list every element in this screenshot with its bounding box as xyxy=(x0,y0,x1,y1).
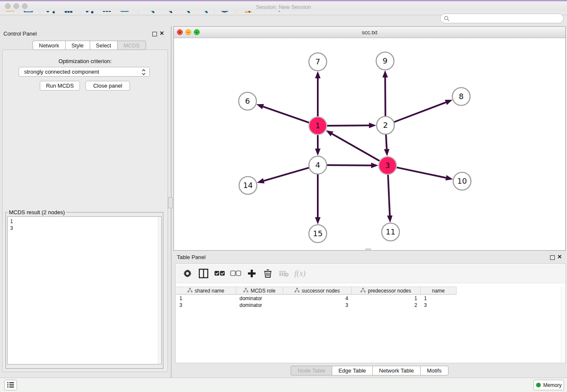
cell-predecessor-nodes[interactable]: 2 xyxy=(352,302,421,309)
result-line: 3 xyxy=(10,225,161,232)
edge-4-14[interactable] xyxy=(264,167,310,181)
title-bar: Session: New Session xyxy=(0,1,567,11)
hierarchy-icon xyxy=(243,288,248,294)
select-all-rows-icon[interactable] xyxy=(213,267,226,280)
table-panel-title: Table Panel xyxy=(177,254,206,260)
tab-node-table[interactable]: Node Table xyxy=(291,366,332,375)
table-options-gear-icon[interactable] xyxy=(181,267,194,280)
hierarchy-icon xyxy=(295,288,300,294)
resize-grip[interactable] xyxy=(365,248,371,250)
edge-1-6[interactable] xyxy=(263,107,310,123)
cell-shared-name[interactable]: 3 xyxy=(176,302,236,309)
memory-label: Memory xyxy=(543,382,561,388)
mcds-result-list[interactable]: 13 xyxy=(7,216,162,364)
column-header-successor-nodes[interactable]: successor nodes xyxy=(283,287,352,295)
delete-table-icon xyxy=(278,267,290,280)
tab-select[interactable]: Select xyxy=(90,41,117,50)
control-panel-float-icon[interactable] xyxy=(152,32,157,36)
node-label-4: 4 xyxy=(315,160,320,169)
task-history-button[interactable] xyxy=(4,380,17,390)
splitter-handle[interactable] xyxy=(168,197,173,208)
control-panel-close-icon[interactable]: ✕ xyxy=(160,30,164,36)
column-header-name[interactable]: name xyxy=(421,287,457,295)
node-label-15: 15 xyxy=(313,229,323,238)
run-mcds-button[interactable]: Run MCDS xyxy=(40,81,80,91)
network-canvas[interactable]: 7968124314101511 xyxy=(174,38,565,250)
tab-network-table[interactable]: Network Table xyxy=(372,366,420,375)
table-header-row: shared nameMCDS rolesuccessor nodesprede… xyxy=(176,287,457,295)
memory-button[interactable]: Memory xyxy=(534,380,564,390)
criterion-value: strongly connected component xyxy=(24,69,99,75)
cell-shared-name[interactable]: 1 xyxy=(176,295,236,302)
table-panel-close-icon[interactable]: ✕ xyxy=(557,254,562,260)
close-panel-button[interactable]: Close panel xyxy=(85,81,130,91)
node-label-14: 14 xyxy=(243,181,253,190)
memory-status-icon xyxy=(536,383,541,387)
edge-4-3[interactable] xyxy=(326,165,371,166)
node-label-6: 6 xyxy=(245,97,250,105)
application-window: Session: New Session xyxy=(0,0,567,392)
tab-network[interactable]: Network xyxy=(33,41,65,50)
table-scrollbar[interactable] xyxy=(561,287,565,362)
control-panel-tabs: NetworkStyleSelectMCDS xyxy=(33,41,146,50)
cell-name[interactable]: 3 xyxy=(421,302,457,309)
cell-successor-nodes[interactable]: 4 xyxy=(283,295,352,302)
hierarchy-icon xyxy=(361,288,366,294)
node-label-9: 9 xyxy=(383,56,387,65)
optimization-criterion-label: Optimization criterion: xyxy=(2,58,168,64)
node-label-1: 1 xyxy=(315,121,320,130)
edge-1-2[interactable] xyxy=(326,125,369,126)
search-icon xyxy=(444,16,450,22)
network-view-window: ✕ − + scc.txt 7968124314101511 xyxy=(173,26,566,251)
tab-mcds[interactable]: MCDS xyxy=(117,41,146,50)
node-label-8: 8 xyxy=(459,92,463,101)
result-scrollbar[interactable] xyxy=(158,217,161,364)
cell-predecessor-nodes[interactable]: 1 xyxy=(352,295,421,302)
dropdown-stepper-icon xyxy=(141,69,146,76)
column-header-shared-name[interactable]: shared name xyxy=(176,287,236,295)
edge-3-10[interactable] xyxy=(396,167,446,178)
network-title: scc.txt xyxy=(174,29,565,36)
edge-2-8[interactable] xyxy=(393,102,446,122)
cell-name[interactable]: 1 xyxy=(421,295,457,302)
edge-2-9[interactable] xyxy=(385,77,385,117)
status-bar xyxy=(0,378,567,392)
node-label-7: 7 xyxy=(315,57,320,66)
table-row[interactable]: 3dominator323 xyxy=(176,302,457,309)
tab-motifs[interactable]: Motifs xyxy=(420,366,449,375)
table-row[interactable]: 1dominator411 xyxy=(176,295,457,302)
node-label-3: 3 xyxy=(385,161,390,170)
delete-columns-icon[interactable] xyxy=(261,267,274,280)
criterion-dropdown[interactable]: strongly connected component xyxy=(19,67,150,77)
table-panel-tabs: Node TableEdge TableNetwork TableMotifs xyxy=(173,366,566,375)
column-header-predecessor-nodes[interactable]: predecessor nodes xyxy=(352,287,421,295)
tab-style[interactable]: Style xyxy=(65,41,90,50)
hierarchy-icon xyxy=(187,288,193,294)
create-column-icon[interactable] xyxy=(245,267,258,280)
table-toolbar: f(x) xyxy=(176,264,565,283)
table-panel-float-icon[interactable] xyxy=(550,255,555,260)
list-icon xyxy=(7,382,14,388)
show-column-icon[interactable] xyxy=(197,267,210,280)
edge-2-3[interactable] xyxy=(386,133,387,149)
control-panel-title: Control Panel xyxy=(3,30,37,37)
edge-3-1[interactable] xyxy=(332,134,381,161)
node-label-2: 2 xyxy=(383,121,388,130)
column-header-mcds-role[interactable]: MCDS role xyxy=(236,287,283,295)
tab-edge-table[interactable]: Edge Table xyxy=(332,366,372,375)
network-window-titlebar[interactable]: ✕ − + scc.txt xyxy=(174,27,565,38)
node-label-11: 11 xyxy=(386,227,396,236)
window-title: Session: New Session xyxy=(0,4,567,10)
mcds-result-title: MCDS result (2 nodes) xyxy=(8,209,66,215)
search-field[interactable] xyxy=(440,14,564,23)
node-label-10: 10 xyxy=(457,177,467,185)
deselect-all-rows-icon[interactable] xyxy=(229,267,242,280)
result-line: 1 xyxy=(10,218,161,225)
mcds-result-group: MCDS result (2 nodes) 13 xyxy=(6,209,163,369)
edge-3-11[interactable] xyxy=(388,174,390,215)
node-table-container: f(x) shared nameMCDS rolesuccessor nodes… xyxy=(175,263,566,363)
table-body: 1dominator4113dominator323 xyxy=(176,295,457,309)
cell-mcds-role[interactable]: dominator xyxy=(236,295,283,302)
cell-mcds-role[interactable]: dominator xyxy=(236,302,283,309)
cell-successor-nodes[interactable]: 3 xyxy=(283,302,352,309)
